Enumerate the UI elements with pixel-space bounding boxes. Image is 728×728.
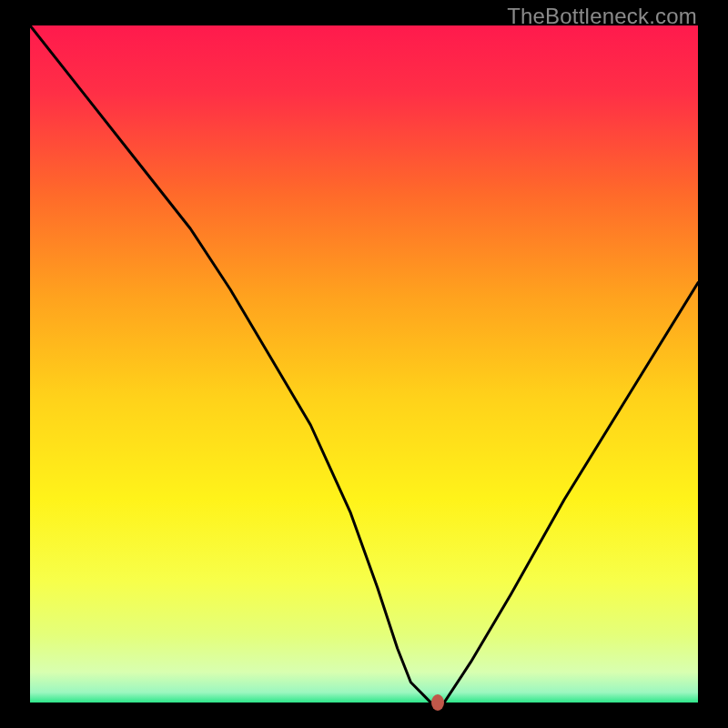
watermark-text: TheBottleneck.com	[507, 4, 697, 29]
chart-background	[30, 25, 698, 703]
optimal-point-marker	[431, 694, 444, 711]
bottleneck-chart	[30, 25, 698, 703]
chart-frame	[30, 25, 698, 703]
